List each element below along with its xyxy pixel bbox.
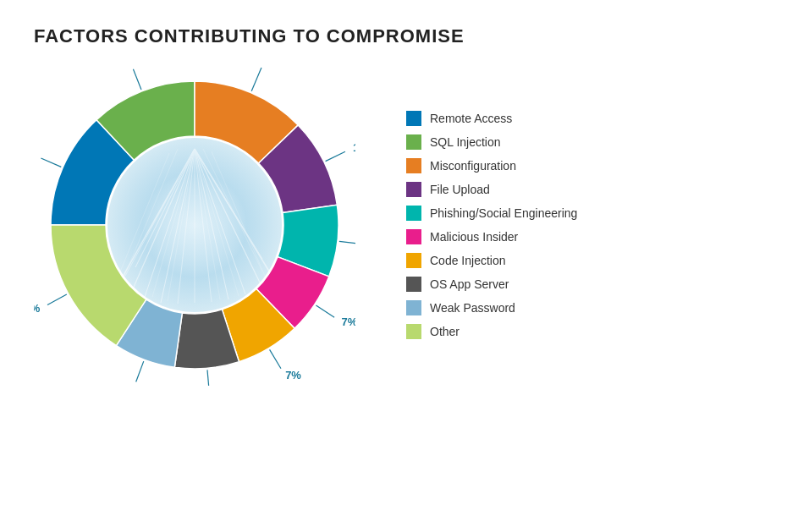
label-line-1	[133, 69, 141, 90]
label-line-2	[251, 68, 261, 91]
legend-label-text: Misconfiguration	[430, 159, 516, 173]
content-area: 13%12%12%10%8%7%7%7%7%17% Remote AccessS…	[34, 64, 764, 386]
donut-chart: 13%12%12%10%8%7%7%7%7%17%	[34, 64, 355, 386]
legend-item-misconfiguration: Misconfiguration	[406, 158, 577, 173]
legend-label-text: SQL Injection	[430, 135, 501, 149]
label-line-0	[41, 158, 61, 167]
legend-label-text: Malicious Insider	[430, 230, 518, 244]
legend-color-swatch	[406, 111, 421, 126]
pct-label-1: 12%	[108, 64, 130, 67]
legend-color-swatch	[406, 253, 421, 268]
legend-label-text: Weak Password	[430, 301, 515, 315]
label-line-4	[339, 241, 355, 244]
pct-label-5: 7%	[341, 315, 355, 328]
pct-label-2: 12%	[265, 64, 287, 66]
legend-color-swatch	[406, 229, 421, 244]
label-line-5	[316, 305, 334, 317]
pct-label-9: 17%	[34, 302, 41, 315]
legend-label-text: Phishing/Social Engineering	[430, 206, 577, 220]
pct-label-6: 7%	[285, 369, 301, 381]
legend-color-swatch	[406, 277, 421, 292]
page: FACTORS CONTRIBUTING TO COMPROMISE	[0, 0, 798, 532]
legend-color-swatch	[406, 182, 421, 197]
label-line-8	[136, 361, 144, 381]
legend-color-swatch	[406, 206, 421, 221]
legend-item-code-injection: Code Injection	[406, 253, 577, 268]
legend-item-os-app-server: OS App Server	[406, 277, 577, 292]
pct-label-3: 10%	[353, 141, 355, 154]
legend-color-swatch	[406, 158, 421, 173]
legend-item-file-upload: File Upload	[406, 182, 577, 197]
legend-item-sql-injection: SQL Injection	[406, 134, 577, 150]
legend-item-remote-access: Remote Access	[406, 111, 577, 126]
label-line-7	[207, 370, 209, 386]
legend-label-text: File Upload	[430, 183, 490, 196]
legend-item-malicious-insider: Malicious Insider	[406, 229, 577, 244]
legend: Remote AccessSQL InjectionMisconfigurati…	[406, 111, 577, 339]
label-line-3	[326, 151, 345, 161]
legend-item-other: Other	[406, 324, 577, 339]
legend-color-swatch	[406, 324, 421, 339]
legend-item-weak-password: Weak Password	[406, 300, 577, 315]
legend-label-text: OS App Server	[430, 277, 509, 291]
label-line-6	[270, 349, 281, 368]
legend-color-swatch	[406, 134, 421, 150]
legend-label-text: Code Injection	[430, 254, 506, 267]
legend-item-phishing/social-engineering: Phishing/Social Engineering	[406, 206, 577, 221]
label-line-9	[47, 294, 67, 304]
chart-svg: 13%12%12%10%8%7%7%7%7%17%	[34, 64, 355, 386]
legend-label-text: Other	[430, 325, 460, 338]
pct-label-8: 7%	[117, 383, 133, 386]
page-title: FACTORS CONTRIBUTING TO COMPROMISE	[34, 25, 764, 47]
legend-color-swatch	[406, 300, 421, 315]
legend-label-text: Remote Access	[430, 112, 512, 125]
